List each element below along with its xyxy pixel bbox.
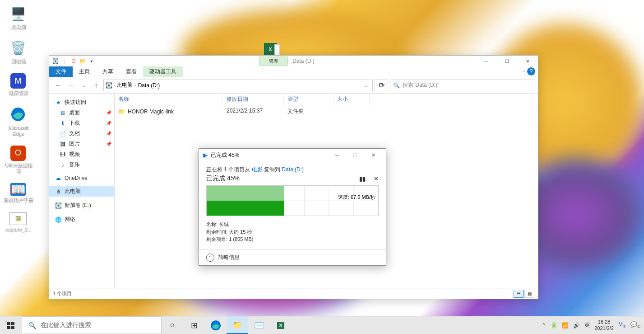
sidebar-pictures[interactable]: 🖼图片📌 xyxy=(49,139,114,149)
desktop-icon-recycle-bin[interactable]: 🗑️ 回收站 xyxy=(2,39,34,64)
ime-indicator[interactable]: 英 xyxy=(584,321,590,329)
navigation-bar: ← → ⌵ ↑ 💽 › 此电脑 › Data (D:) ⌵ ⟳ 🔍 搜索"Dat… xyxy=(49,77,538,94)
pin-icon: 📌 xyxy=(106,121,111,126)
excel-shortcut-icon[interactable]: X xyxy=(264,43,277,56)
taskbar-file-explorer[interactable]: 📁 xyxy=(227,316,248,334)
start-button[interactable] xyxy=(0,316,22,334)
taskbar-edge[interactable] xyxy=(205,316,227,334)
minimize-button[interactable]: ─ xyxy=(328,150,346,160)
maximize-button[interactable]: ☐ xyxy=(496,56,517,66)
svg-rect-2 xyxy=(11,322,14,325)
ribbon-collapse-icon[interactable]: ⌵ xyxy=(523,68,525,73)
desktop-icon-capture[interactable]: 🖼️ capture_2... xyxy=(2,212,34,232)
manual-icon: 📖 xyxy=(10,183,26,196)
sidebar-music[interactable]: ♪音乐 xyxy=(49,160,114,170)
address-bar[interactable]: 💽 › 此电脑 › Data (D:) ⌵ xyxy=(103,80,373,91)
large-icons-view-button[interactable]: ▦ xyxy=(524,290,534,298)
search-placeholder: 在此键入进行搜索 xyxy=(41,321,91,329)
refresh-button[interactable]: ⟳ xyxy=(375,80,388,91)
label: 新机用户手册 xyxy=(3,197,33,203)
ribbon-tab-home[interactable]: 主页 xyxy=(73,66,96,77)
ribbon-tab-share[interactable]: 共享 xyxy=(96,66,120,77)
sidebar-new-volume[interactable]: 💽新加卷 (E:) xyxy=(49,200,114,211)
new-folder-icon[interactable]: 📁 xyxy=(79,57,86,65)
cortana-button[interactable]: ○ xyxy=(162,316,183,334)
back-button[interactable]: ← xyxy=(53,80,64,91)
cancel-button[interactable]: ✕ xyxy=(374,175,379,182)
system-tray: ⌃ 🔋 📶 🔊 英 18:28 2021/2/2 M① 💬① xyxy=(538,316,644,334)
sidebar-downloads[interactable]: ⬇下载📌 xyxy=(49,118,114,128)
contextual-tab-manage[interactable]: 管理 xyxy=(259,56,288,66)
taskbar-clock[interactable]: 18:28 2021/2/2 xyxy=(594,319,614,331)
qat-dropdown-icon[interactable]: ▾ xyxy=(88,57,95,65)
ribbon-tab-drive-tools[interactable]: 驱动器工具 xyxy=(143,66,183,77)
taskbar-search[interactable]: 🔍 在此键入进行搜索 xyxy=(22,316,162,334)
progress-percent: 已完成 45% xyxy=(206,174,240,183)
battery-icon[interactable]: 🔋 xyxy=(551,322,557,329)
document-icon: 📄 xyxy=(59,131,66,137)
star-icon: ★ xyxy=(55,99,62,106)
pc-manager-tray-icon[interactable]: M① xyxy=(618,321,626,329)
desktop-icon-pc-manager[interactable]: M 电脑管家 xyxy=(2,73,34,96)
column-modified[interactable]: 修改日期 xyxy=(223,94,284,105)
label: 回收站 xyxy=(11,58,26,64)
source-link[interactable]: 电影 xyxy=(252,166,263,173)
sidebar-desktop[interactable]: 🖥桌面📌 xyxy=(49,108,114,118)
ribbon-tab-file[interactable]: 文件 xyxy=(49,66,73,77)
pin-icon: 📌 xyxy=(106,131,111,136)
forward-button[interactable]: → xyxy=(65,80,76,91)
tray-overflow-icon[interactable]: ⌃ xyxy=(542,322,546,329)
copy-icon: ▮▸ xyxy=(203,152,208,158)
file-row[interactable]: 📁HONOR Magic-link 2021/2/2 15:37 文件夹 xyxy=(115,105,538,118)
address-dropdown-icon[interactable]: ⌵ xyxy=(362,82,371,89)
chevron-right-icon[interactable]: › xyxy=(134,83,136,88)
desktop-icon-edge[interactable]: Microsoft Edge xyxy=(2,105,34,136)
taskbar-mail[interactable]: ✉️ xyxy=(248,316,270,334)
help-icon[interactable]: ? xyxy=(527,67,535,75)
sidebar-this-pc[interactable]: 🖥此电脑 xyxy=(49,186,114,197)
office-icon: O xyxy=(10,146,26,161)
file-type: 文件夹 xyxy=(284,107,334,116)
sidebar-videos[interactable]: 🎞视频 xyxy=(49,149,114,160)
label: Office激活指导 xyxy=(2,162,34,174)
search-placeholder: 搜索"Data (D:)" xyxy=(403,81,439,89)
properties-icon[interactable]: ☑ xyxy=(70,57,77,65)
action-center-icon[interactable]: 💬① xyxy=(630,321,640,329)
close-button[interactable]: ✕ xyxy=(364,150,382,160)
desktop-icon-this-pc[interactable]: 🖥️ 此电脑 xyxy=(2,5,34,30)
desktop-icon: 🖥 xyxy=(59,110,66,116)
search-box[interactable]: 🔍 搜索"Data (D:)" xyxy=(390,80,534,91)
copy-titlebar[interactable]: ▮▸ 已完成 45% ─ ☐ ✕ xyxy=(199,149,386,161)
sidebar-quick-access[interactable]: ★快速访问 xyxy=(49,97,114,108)
details-view-button[interactable]: ☰ xyxy=(514,290,524,298)
column-type[interactable]: 类型 xyxy=(284,94,334,105)
column-size[interactable]: 大小 xyxy=(334,94,370,105)
file-size xyxy=(334,107,370,116)
video-icon: 🎞 xyxy=(59,151,66,158)
desktop-icon-manual[interactable]: 📖 新机用户手册 xyxy=(2,183,34,203)
taskbar-excel[interactable]: X xyxy=(270,316,292,334)
volume-icon[interactable]: 🔊 xyxy=(573,322,580,329)
recent-dropdown-icon[interactable]: ⌵ xyxy=(78,80,89,91)
explorer-titlebar[interactable]: 💽 | ☑ 📁 ▾ 管理 Data (D:) ─ ☐ ✕ xyxy=(49,56,538,66)
sidebar-documents[interactable]: 📄文档📌 xyxy=(49,128,114,139)
chevron-right-icon[interactable]: › xyxy=(113,83,115,88)
close-button[interactable]: ✕ xyxy=(517,56,538,66)
breadcrumb-this-pc[interactable]: 此电脑 xyxy=(116,81,134,89)
desktop-icon-office[interactable]: O Office激活指导 xyxy=(2,146,34,174)
breadcrumb-data-d[interactable]: Data (D:) xyxy=(137,82,161,89)
task-view-button[interactable]: ⊞ xyxy=(183,316,205,334)
file-modified: 2021/2/2 15:37 xyxy=(223,107,284,116)
fewer-details-toggle[interactable]: ⌃ 简略信息 xyxy=(199,249,386,265)
wifi-icon[interactable]: 📶 xyxy=(562,322,569,329)
ribbon-tab-view[interactable]: 查看 xyxy=(120,66,143,77)
column-name[interactable]: 名称 xyxy=(115,94,223,105)
progress-fill-light xyxy=(207,186,284,201)
pause-button[interactable]: ▮▮ xyxy=(359,175,366,182)
minimize-button[interactable]: ─ xyxy=(476,56,496,66)
item-count: 1 个项目 xyxy=(53,290,72,297)
sidebar-onedrive[interactable]: ☁OneDrive xyxy=(49,174,114,183)
up-button[interactable]: ↑ xyxy=(91,80,102,91)
dest-link[interactable]: Data (D:) xyxy=(282,166,304,173)
sidebar-network[interactable]: 🌐网络 xyxy=(49,214,114,225)
